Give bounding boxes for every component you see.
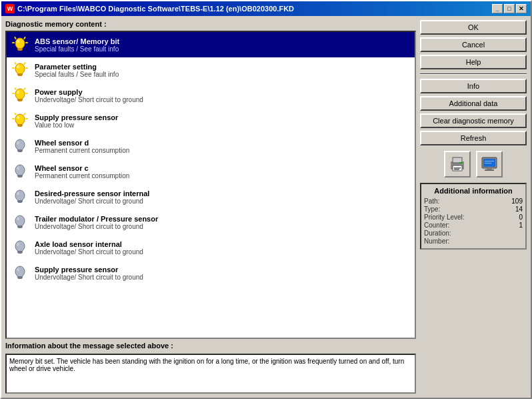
svg-rect-6 (12, 42, 15, 43)
svg-point-19 (17, 91, 19, 94)
item-icon (9, 186, 31, 208)
svg-point-39 (17, 167, 19, 170)
item-icon (9, 135, 31, 157)
item-icon (9, 161, 31, 182)
svg-rect-59 (454, 167, 461, 169)
additional-info-box: Additional information Path:109Type:14Pr… (420, 183, 527, 250)
left-panel: Diagnostic memory content : ABS sensor/ … (5, 20, 416, 394)
info-field-row: Priority Level:0 (424, 214, 523, 221)
info-field-row: Number: (424, 238, 523, 245)
info-field-value: 0 (519, 214, 523, 221)
svg-rect-28 (14, 113, 17, 115)
info-field-key: Path: (424, 197, 439, 205)
printer-icon (448, 155, 467, 173)
monitor-icon-button[interactable] (476, 151, 503, 177)
minimize-button[interactable]: _ (492, 4, 503, 13)
svg-rect-20 (14, 87, 17, 90)
svg-rect-67 (485, 163, 491, 163)
item-icon (9, 59, 31, 81)
list-item[interactable]: ABS sensor/ Memory bitSpecial faults / S… (7, 32, 415, 57)
maximize-button[interactable]: □ (504, 4, 515, 13)
list-item[interactable]: Desired-pressure sensor internalUndervol… (7, 184, 415, 210)
item-icon (9, 110, 31, 131)
svg-rect-18 (18, 100, 22, 101)
svg-rect-50 (18, 252, 22, 254)
svg-rect-12 (14, 62, 17, 65)
info-field-key: Number: (424, 238, 449, 245)
svg-rect-31 (25, 118, 28, 119)
refresh-button[interactable]: Refresh (420, 131, 527, 145)
info-field-row: Path:109 (424, 197, 523, 205)
item-icon (9, 237, 31, 258)
separator-1 (420, 73, 527, 75)
svg-point-0 (15, 38, 25, 49)
help-button[interactable]: Help (420, 55, 527, 69)
item-subtitle: Permanent current consumption (35, 147, 129, 154)
info-field-row: Type:14 (424, 206, 523, 213)
svg-rect-65 (485, 169, 494, 171)
item-subtitle: Undervoltage/ Short circuit to ground (35, 96, 143, 103)
svg-rect-26 (18, 125, 22, 127)
list-item[interactable]: Wheel sensor dPermanent current consumpt… (7, 133, 415, 159)
list-item[interactable]: Axle load sensor internalUndervoltage/ S… (7, 235, 415, 260)
item-title: Wheel sensor d (35, 139, 129, 147)
close-button[interactable]: ✕ (516, 4, 527, 13)
svg-rect-38 (18, 176, 22, 177)
svg-rect-30 (12, 118, 15, 119)
svg-rect-42 (18, 202, 22, 203)
svg-rect-2 (18, 49, 22, 51)
info-field-row: Duration: (424, 230, 523, 237)
svg-rect-21 (23, 87, 26, 90)
icon-row (420, 148, 527, 180)
item-title: Supply pressure sensor (35, 113, 118, 121)
svg-rect-61 (459, 162, 462, 163)
list-item[interactable]: Supply pressure sensorUndervoltage/ Shor… (7, 260, 415, 286)
additional-info-title: Additional information (424, 187, 523, 195)
svg-rect-13 (23, 62, 26, 65)
item-title: Trailer modulator / Pressure sensor (35, 215, 158, 223)
item-subtitle: Undervoltage/ Short circuit to ground (35, 197, 149, 205)
svg-point-3 (17, 40, 19, 43)
info-box: Memory bit set. The vehicle has been sta… (5, 354, 416, 394)
print-icon-button[interactable] (444, 151, 471, 177)
list-item[interactable]: Trailer modulator / Pressure sensorUnder… (7, 210, 415, 235)
app-icon: W (5, 4, 15, 13)
item-subtitle: Undervoltage/ Short circuit to ground (35, 248, 143, 256)
svg-rect-54 (18, 278, 22, 279)
svg-rect-34 (18, 151, 22, 152)
info-field-key: Type: (424, 206, 440, 213)
info-field-key: Counter: (424, 222, 449, 229)
svg-point-11 (17, 65, 19, 69)
cancel-button[interactable]: Cancel (420, 37, 527, 52)
clear-button[interactable]: Clear diagnostic memory (420, 113, 527, 128)
item-title: Supply pressure sensor (35, 266, 143, 274)
item-title: Parameter setting (35, 63, 119, 71)
list-item[interactable]: Supply pressure sensorValue too low (7, 108, 415, 133)
list-item[interactable]: Wheel sensor cPermanent current consumpt… (7, 159, 415, 184)
svg-rect-29 (23, 113, 26, 115)
item-title: Axle load sensor internal (35, 240, 143, 248)
svg-point-36 (15, 165, 25, 175)
item-icon (9, 262, 31, 284)
svg-rect-15 (25, 67, 28, 69)
svg-rect-22 (12, 93, 15, 94)
svg-rect-5 (23, 37, 26, 39)
diagnostic-list[interactable]: ABS sensor/ Memory bitSpecial faults / S… (5, 31, 416, 339)
main-window: W C:\Program Files\WABCO Diagnostic Soft… (0, 0, 532, 399)
svg-rect-60 (454, 169, 459, 170)
info-field-key: Priority Level: (424, 214, 465, 221)
additional-data-button[interactable]: Additional data (420, 96, 527, 111)
info-field-value: 14 (515, 206, 523, 213)
item-subtitle: Permanent current consumption (35, 172, 129, 179)
svg-point-32 (15, 139, 25, 150)
ok-button[interactable]: OK (420, 20, 527, 35)
info-text: Memory bit set. The vehicle has been sta… (9, 358, 404, 372)
list-item[interactable]: Parameter settingSpecial faults / See fa… (7, 57, 415, 83)
window-title: C:\Program Files\WABCO Diagnostic Softwa… (17, 5, 294, 13)
list-item[interactable]: Power supplyUndervoltage/ Short circuit … (7, 83, 415, 108)
info-button[interactable]: Info (420, 79, 527, 93)
item-subtitle: Undervoltage/ Short circuit to ground (35, 223, 158, 230)
info-fields: Path:109Type:14Priority Level:0Counter:1… (424, 197, 523, 245)
svg-point-55 (17, 268, 19, 272)
info-field-value: 109 (511, 197, 523, 205)
